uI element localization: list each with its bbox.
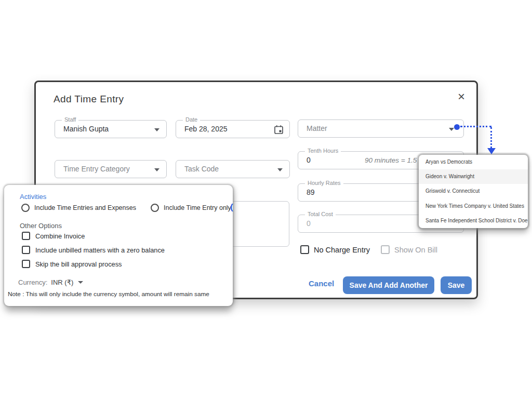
include-unbilled-checkbox[interactable]: Include unbilled matters with a zero bal… bbox=[22, 246, 165, 254]
arrow-vertical-segment bbox=[490, 127, 492, 148]
activities-heading: Activities bbox=[20, 193, 46, 201]
time-entry-category-placeholder: Time Entry Category bbox=[63, 165, 130, 173]
date-value: Feb 28, 2025 bbox=[184, 125, 228, 133]
date-label: Date bbox=[183, 116, 200, 123]
matter-dropdown-list: Aryan vs Democrats Gideon v. Wainwright … bbox=[419, 155, 528, 228]
checkbox-icon[interactable] bbox=[381, 245, 390, 254]
matter-option[interactable]: Griswold v. Connecticut bbox=[419, 184, 528, 198]
total-cost-label: Total Cost bbox=[305, 211, 336, 217]
save-button[interactable]: Save bbox=[441, 276, 472, 294]
no-charge-entry-checkbox[interactable]: No Charge Entry bbox=[300, 245, 370, 254]
page: Add Time Entry × Staff Manish Gupta Date… bbox=[0, 0, 532, 399]
staff-select[interactable]: Staff Manish Gupta bbox=[55, 120, 167, 138]
time-entry-category-select[interactable]: Time Entry Category bbox=[55, 160, 167, 178]
calendar-icon[interactable] bbox=[274, 125, 284, 137]
radio-label-include-time-entry-only: Include Time Entry only bbox=[164, 204, 231, 211]
matter-placeholder: Matter bbox=[307, 124, 327, 132]
radio-icon[interactable] bbox=[21, 204, 30, 212]
matter-option[interactable]: Aryan vs Democrats bbox=[419, 155, 528, 169]
tenth-hours-value: 0 bbox=[307, 156, 311, 164]
checkbox-icon[interactable] bbox=[22, 232, 30, 240]
matter-select[interactable]: Matter bbox=[298, 119, 464, 138]
close-icon[interactable]: × bbox=[458, 90, 465, 103]
checkbox-icon[interactable] bbox=[22, 260, 30, 268]
currency-select[interactable]: Currency: INR (₹) bbox=[18, 278, 83, 286]
activities-radio-group: Include Time Entries and Expenses Includ… bbox=[21, 204, 231, 212]
checkbox-icon[interactable] bbox=[300, 245, 309, 254]
currency-note: Note : This will only include the curren… bbox=[8, 290, 209, 298]
skip-approval-checkbox[interactable]: Skip the bill approval process bbox=[22, 260, 122, 268]
currency-value: INR (₹) bbox=[51, 278, 73, 286]
combine-invoice-label: Combine Invoice bbox=[35, 232, 85, 240]
staff-value: Manish Gupta bbox=[63, 125, 109, 133]
no-charge-entry-label: No Charge Entry bbox=[314, 246, 370, 254]
currency-label: Currency: bbox=[18, 278, 47, 286]
chevron-down-icon bbox=[154, 168, 159, 171]
chevron-down-icon bbox=[78, 281, 83, 284]
combine-invoice-checkbox[interactable]: Combine Invoice bbox=[22, 232, 85, 240]
radio-label-include-entries-expenses: Include Time Entries and Expenses bbox=[34, 204, 136, 211]
save-and-add-another-button[interactable]: Save And Add Another bbox=[343, 276, 434, 294]
checkbox-icon[interactable] bbox=[22, 246, 30, 254]
chevron-down-icon bbox=[154, 128, 159, 131]
arrow-start-dot bbox=[454, 124, 460, 130]
billing-options-panel: Activities Include Time Entries and Expe… bbox=[4, 185, 233, 306]
chevron-down-icon bbox=[449, 128, 454, 131]
total-cost-value: 0 bbox=[307, 219, 311, 228]
arrow-head-icon bbox=[487, 148, 496, 154]
date-field[interactable]: Date Feb 28, 2025 bbox=[176, 120, 290, 138]
matter-option[interactable]: New York Times Company v. United States bbox=[419, 199, 528, 214]
hourly-rates-label: Hourly Rates bbox=[305, 180, 343, 186]
staff-label: Staff bbox=[62, 116, 78, 123]
chevron-down-icon bbox=[277, 168, 283, 171]
partial-circle-glyph: ( bbox=[230, 202, 233, 212]
task-code-select[interactable]: Task Code bbox=[176, 160, 290, 178]
matter-option[interactable]: Santa Fe Independent School District v. … bbox=[419, 214, 528, 228]
cancel-button[interactable]: Cancel bbox=[309, 279, 334, 288]
task-code-placeholder: Task Code bbox=[184, 165, 219, 173]
arrow-horizontal-segment bbox=[460, 126, 491, 127]
show-on-bill-label: Show On Bill bbox=[394, 246, 437, 254]
radio-icon[interactable] bbox=[151, 204, 159, 212]
matter-option-highlighted[interactable]: Gideon v. Wainwright bbox=[419, 169, 528, 184]
include-unbilled-label: Include unbilled matters with a zero bal… bbox=[35, 246, 165, 254]
modal-title: Add Time Entry bbox=[54, 94, 124, 105]
show-on-bill-checkbox[interactable]: Show On Bill bbox=[381, 245, 437, 254]
tenth-hours-label: Tenth Hours bbox=[305, 148, 341, 154]
skip-approval-label: Skip the bill approval process bbox=[35, 260, 122, 268]
other-options-heading: Other Options bbox=[20, 222, 62, 230]
hourly-rates-value: 89 bbox=[307, 188, 315, 196]
